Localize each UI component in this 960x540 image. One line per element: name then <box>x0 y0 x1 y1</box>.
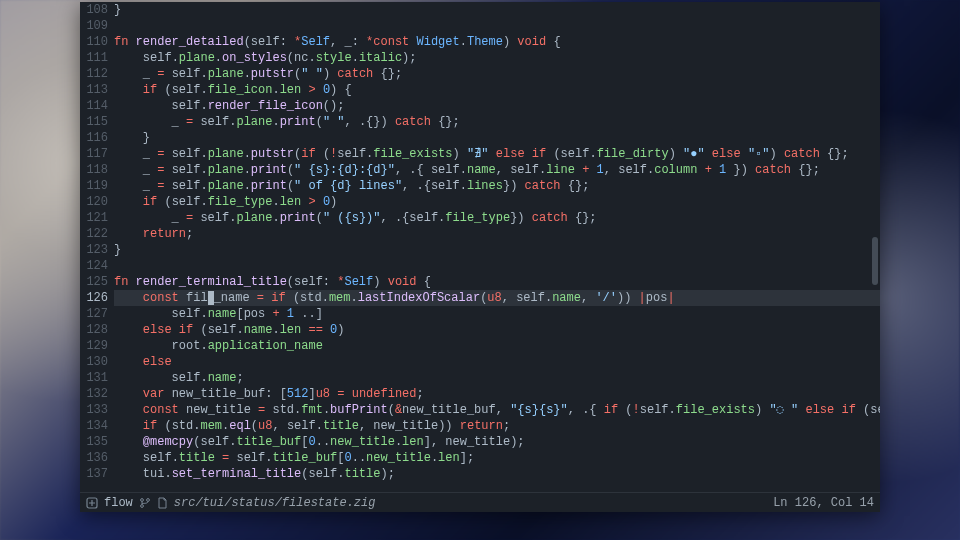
code-line[interactable]: _ = self.plane.putstr(if (!self.file_exi… <box>114 146 880 162</box>
line-number: 125 <box>80 274 108 290</box>
line-number: 132 <box>80 386 108 402</box>
line-number-gutter: 1081091101111121131141151161171181191201… <box>80 2 114 492</box>
code-line[interactable]: self.name[pos + 1 ..] <box>114 306 880 322</box>
line-number: 124 <box>80 258 108 274</box>
code-line[interactable]: _ = self.plane.print(" of {d} lines", .{… <box>114 178 880 194</box>
line-number: 111 <box>80 50 108 66</box>
vertical-scrollbar[interactable] <box>872 2 878 492</box>
code-line[interactable]: _ = self.plane.print(" ({s})", .{self.fi… <box>114 210 880 226</box>
line-number: 130 <box>80 354 108 370</box>
line-number: 127 <box>80 306 108 322</box>
line-number: 115 <box>80 114 108 130</box>
code-line[interactable]: return; <box>114 226 880 242</box>
code-line[interactable] <box>114 258 880 274</box>
status-bar: flow src/tui/status/filestate.zig Ln 126… <box>80 492 880 512</box>
code-lines[interactable]: } fn render_detailed(self: *Self, _: *co… <box>114 2 880 492</box>
code-line[interactable]: } <box>114 2 880 18</box>
line-number: 136 <box>80 450 108 466</box>
code-line[interactable]: self.name; <box>114 370 880 386</box>
code-line[interactable]: else <box>114 354 880 370</box>
line-number: 123 <box>80 242 108 258</box>
code-line[interactable]: root.application_name <box>114 338 880 354</box>
code-line[interactable]: self.render_file_icon(); <box>114 98 880 114</box>
line-number: 134 <box>80 418 108 434</box>
line-number: 131 <box>80 370 108 386</box>
git-branch-icon[interactable] <box>139 497 151 509</box>
code-line[interactable]: fn render_detailed(self: *Self, _: *cons… <box>114 34 880 50</box>
code-line[interactable]: _ = self.plane.putstr(" ") catch {}; <box>114 66 880 82</box>
code-line[interactable]: fn render_terminal_title(self: *Self) vo… <box>114 274 880 290</box>
line-number: 118 <box>80 162 108 178</box>
line-number: 129 <box>80 338 108 354</box>
cursor-position: Ln 126, Col 14 <box>773 495 874 511</box>
code-line[interactable]: else if (self.name.len == 0) <box>114 322 880 338</box>
svg-point-2 <box>140 504 143 507</box>
file-icon <box>157 497 168 509</box>
editor-mode: flow <box>104 495 133 511</box>
code-line[interactable]: _ = self.plane.print(" {s}:{d}:{d}", .{ … <box>114 162 880 178</box>
code-line[interactable]: if (self.file_icon.len > 0) { <box>114 82 880 98</box>
code-line[interactable]: const new_title = std.fmt.bufPrint(&new_… <box>114 402 880 418</box>
line-number: 116 <box>80 130 108 146</box>
code-line[interactable]: self.title = self.title_buf[0..new_title… <box>114 450 880 466</box>
line-number: 126 <box>80 290 108 306</box>
code-line[interactable]: @memcpy(self.title_buf[0..new_title.len]… <box>114 434 880 450</box>
line-number: 133 <box>80 402 108 418</box>
line-number: 114 <box>80 98 108 114</box>
line-number: 128 <box>80 322 108 338</box>
code-line[interactable]: var new_title_buf: [512]u8 = undefined; <box>114 386 880 402</box>
code-line[interactable]: self.plane.on_styles(nc.style.italic); <box>114 50 880 66</box>
line-number: 119 <box>80 178 108 194</box>
line-number: 117 <box>80 146 108 162</box>
code-line[interactable]: } <box>114 242 880 258</box>
brand-icon <box>86 497 98 509</box>
scrollbar-thumb[interactable] <box>872 237 878 285</box>
code-line[interactable]: } <box>114 130 880 146</box>
code-line[interactable]: const fil_name = if (std.mem.lastIndexOf… <box>114 290 880 306</box>
line-number: 135 <box>80 434 108 450</box>
code-line[interactable] <box>114 18 880 34</box>
line-number: 120 <box>80 194 108 210</box>
line-number: 108 <box>80 2 108 18</box>
code-line[interactable]: _ = self.plane.print(" ", .{}) catch {}; <box>114 114 880 130</box>
code-area[interactable]: 1081091101111121131141151161171181191201… <box>80 2 880 492</box>
editor-window: 1081091101111121131141151161171181191201… <box>80 2 880 512</box>
line-number: 109 <box>80 18 108 34</box>
svg-point-3 <box>146 498 149 501</box>
line-number: 137 <box>80 466 108 482</box>
file-path[interactable]: src/tui/status/filestate.zig <box>174 495 376 511</box>
svg-point-1 <box>140 498 143 501</box>
line-number: 110 <box>80 34 108 50</box>
line-number: 113 <box>80 82 108 98</box>
line-number: 122 <box>80 226 108 242</box>
line-number: 112 <box>80 66 108 82</box>
code-line[interactable]: if (self.file_type.len > 0) <box>114 194 880 210</box>
line-number: 121 <box>80 210 108 226</box>
code-line[interactable]: tui.set_terminal_title(self.title); <box>114 466 880 482</box>
code-line[interactable]: if (std.mem.eql(u8, self.title, new_titl… <box>114 418 880 434</box>
